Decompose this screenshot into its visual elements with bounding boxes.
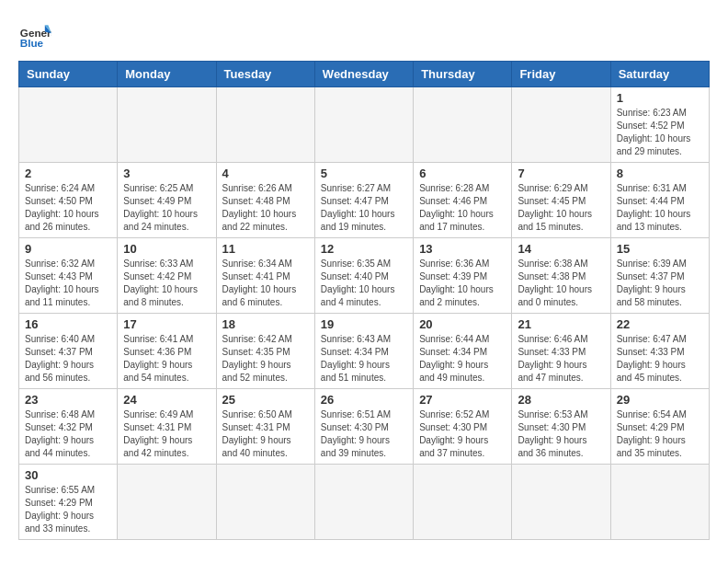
day-info: Sunrise: 6:40 AM Sunset: 4:37 PM Dayligh… (25, 333, 111, 385)
day-info: Sunrise: 6:34 AM Sunset: 4:41 PM Dayligh… (222, 258, 309, 309)
day-number: 24 (123, 393, 210, 407)
day-number: 15 (617, 242, 703, 256)
calendar-cell: 6Sunrise: 6:28 AM Sunset: 4:46 PM Daylig… (414, 163, 512, 238)
day-info: Sunrise: 6:43 AM Sunset: 4:34 PM Dayligh… (321, 333, 407, 385)
day-number: 13 (419, 242, 506, 256)
calendar-cell (512, 465, 610, 540)
day-number: 6 (419, 167, 506, 180)
logo: General Blue (18, 18, 55, 52)
day-number: 7 (518, 167, 604, 180)
calendar-cell: 8Sunrise: 6:31 AM Sunset: 4:44 PM Daylig… (610, 163, 709, 238)
day-number: 8 (617, 167, 703, 180)
calendar-cell: 11Sunrise: 6:34 AM Sunset: 4:41 PM Dayli… (216, 238, 314, 314)
calendar-cell: 12Sunrise: 6:35 AM Sunset: 4:40 PM Dayli… (314, 238, 413, 314)
day-number: 14 (518, 242, 604, 256)
calendar-cell: 2Sunrise: 6:24 AM Sunset: 4:50 PM Daylig… (19, 163, 118, 238)
day-of-week-header: Friday (512, 62, 610, 87)
calendar-cell: 5Sunrise: 6:27 AM Sunset: 4:47 PM Daylig… (314, 163, 413, 238)
calendar-week-row: 1Sunrise: 6:23 AM Sunset: 4:52 PM Daylig… (19, 87, 710, 163)
calendar: SundayMondayTuesdayWednesdayThursdayFrid… (18, 61, 710, 540)
calendar-week-row: 23Sunrise: 6:48 AM Sunset: 4:32 PM Dayli… (19, 389, 710, 465)
day-number: 9 (25, 242, 111, 256)
calendar-cell: 22Sunrise: 6:47 AM Sunset: 4:33 PM Dayli… (610, 314, 709, 389)
day-info: Sunrise: 6:54 AM Sunset: 4:29 PM Dayligh… (617, 408, 703, 460)
day-info: Sunrise: 6:53 AM Sunset: 4:30 PM Dayligh… (518, 408, 604, 460)
calendar-cell (19, 87, 118, 163)
calendar-cell: 23Sunrise: 6:48 AM Sunset: 4:32 PM Dayli… (19, 389, 118, 465)
day-of-week-header: Thursday (414, 62, 512, 87)
calendar-week-row: 2Sunrise: 6:24 AM Sunset: 4:50 PM Daylig… (19, 163, 710, 238)
day-info: Sunrise: 6:38 AM Sunset: 4:38 PM Dayligh… (518, 258, 604, 309)
day-of-week-header: Tuesday (216, 62, 314, 87)
day-info: Sunrise: 6:28 AM Sunset: 4:46 PM Dayligh… (419, 182, 506, 234)
calendar-cell: 9Sunrise: 6:32 AM Sunset: 4:43 PM Daylig… (19, 238, 118, 314)
calendar-cell: 27Sunrise: 6:52 AM Sunset: 4:30 PM Dayli… (414, 389, 512, 465)
calendar-cell (118, 87, 216, 163)
day-info: Sunrise: 6:51 AM Sunset: 4:30 PM Dayligh… (321, 408, 407, 460)
day-number: 29 (617, 393, 703, 407)
day-number: 5 (321, 167, 407, 180)
calendar-cell (118, 465, 216, 540)
calendar-cell: 20Sunrise: 6:44 AM Sunset: 4:34 PM Dayli… (414, 314, 512, 389)
day-info: Sunrise: 6:48 AM Sunset: 4:32 PM Dayligh… (25, 408, 111, 460)
day-number: 4 (222, 167, 309, 180)
calendar-cell: 28Sunrise: 6:53 AM Sunset: 4:30 PM Dayli… (512, 389, 610, 465)
calendar-header-row: SundayMondayTuesdayWednesdayThursdayFrid… (19, 62, 710, 87)
day-info: Sunrise: 6:26 AM Sunset: 4:48 PM Dayligh… (222, 182, 309, 234)
calendar-cell: 24Sunrise: 6:49 AM Sunset: 4:31 PM Dayli… (118, 389, 216, 465)
day-number: 11 (222, 242, 309, 256)
calendar-cell (414, 87, 512, 163)
day-info: Sunrise: 6:24 AM Sunset: 4:50 PM Dayligh… (25, 182, 111, 234)
calendar-cell (216, 465, 314, 540)
day-info: Sunrise: 6:49 AM Sunset: 4:31 PM Dayligh… (123, 408, 210, 460)
day-number: 19 (321, 317, 407, 331)
day-info: Sunrise: 6:46 AM Sunset: 4:33 PM Dayligh… (518, 333, 604, 385)
day-number: 3 (123, 167, 210, 180)
day-number: 26 (321, 393, 407, 407)
day-info: Sunrise: 6:41 AM Sunset: 4:36 PM Dayligh… (123, 333, 210, 385)
calendar-cell: 25Sunrise: 6:50 AM Sunset: 4:31 PM Dayli… (216, 389, 314, 465)
day-number: 2 (25, 167, 111, 180)
calendar-week-row: 9Sunrise: 6:32 AM Sunset: 4:43 PM Daylig… (19, 238, 710, 314)
day-number: 30 (25, 468, 111, 482)
calendar-cell: 1Sunrise: 6:23 AM Sunset: 4:52 PM Daylig… (610, 87, 709, 163)
day-number: 23 (25, 393, 111, 407)
day-of-week-header: Wednesday (314, 62, 413, 87)
day-number: 21 (518, 317, 604, 331)
day-info: Sunrise: 6:23 AM Sunset: 4:52 PM Dayligh… (617, 107, 703, 158)
calendar-week-row: 30Sunrise: 6:55 AM Sunset: 4:29 PM Dayli… (19, 465, 710, 540)
calendar-cell: 14Sunrise: 6:38 AM Sunset: 4:38 PM Dayli… (512, 238, 610, 314)
calendar-cell (610, 465, 709, 540)
calendar-cell: 7Sunrise: 6:29 AM Sunset: 4:45 PM Daylig… (512, 163, 610, 238)
day-number: 28 (518, 393, 604, 407)
calendar-cell (216, 87, 314, 163)
calendar-cell: 4Sunrise: 6:26 AM Sunset: 4:48 PM Daylig… (216, 163, 314, 238)
calendar-cell: 15Sunrise: 6:39 AM Sunset: 4:37 PM Dayli… (610, 238, 709, 314)
day-number: 10 (123, 242, 210, 256)
calendar-cell: 19Sunrise: 6:43 AM Sunset: 4:34 PM Dayli… (314, 314, 413, 389)
calendar-cell (314, 87, 413, 163)
day-number: 18 (222, 317, 309, 331)
day-number: 12 (321, 242, 407, 256)
day-of-week-header: Saturday (610, 62, 709, 87)
day-info: Sunrise: 6:39 AM Sunset: 4:37 PM Dayligh… (617, 258, 703, 309)
day-number: 1 (617, 91, 703, 105)
calendar-cell: 17Sunrise: 6:41 AM Sunset: 4:36 PM Dayli… (118, 314, 216, 389)
calendar-cell: 30Sunrise: 6:55 AM Sunset: 4:29 PM Dayli… (19, 465, 118, 540)
calendar-cell: 26Sunrise: 6:51 AM Sunset: 4:30 PM Dayli… (314, 389, 413, 465)
day-info: Sunrise: 6:42 AM Sunset: 4:35 PM Dayligh… (222, 333, 309, 385)
day-number: 20 (419, 317, 506, 331)
day-of-week-header: Sunday (19, 62, 118, 87)
day-info: Sunrise: 6:35 AM Sunset: 4:40 PM Dayligh… (321, 258, 407, 309)
day-info: Sunrise: 6:29 AM Sunset: 4:45 PM Dayligh… (518, 182, 604, 234)
day-number: 17 (123, 317, 210, 331)
day-info: Sunrise: 6:27 AM Sunset: 4:47 PM Dayligh… (321, 182, 407, 234)
calendar-cell: 18Sunrise: 6:42 AM Sunset: 4:35 PM Dayli… (216, 314, 314, 389)
day-number: 16 (25, 317, 111, 331)
day-info: Sunrise: 6:47 AM Sunset: 4:33 PM Dayligh… (617, 333, 703, 385)
svg-text:Blue: Blue (20, 37, 44, 49)
calendar-cell: 3Sunrise: 6:25 AM Sunset: 4:49 PM Daylig… (118, 163, 216, 238)
calendar-week-row: 16Sunrise: 6:40 AM Sunset: 4:37 PM Dayli… (19, 314, 710, 389)
day-info: Sunrise: 6:33 AM Sunset: 4:42 PM Dayligh… (123, 258, 210, 309)
day-info: Sunrise: 6:36 AM Sunset: 4:39 PM Dayligh… (419, 258, 506, 309)
